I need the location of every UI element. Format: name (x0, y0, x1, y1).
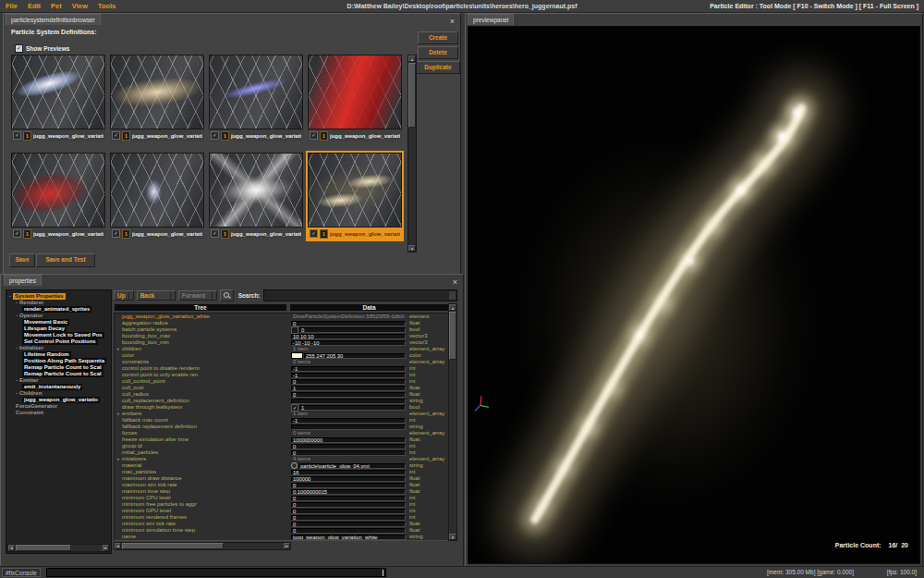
thumbnail-count[interactable]: 1 (221, 229, 229, 239)
thumbnail-scrollbar[interactable]: ▲ ▼ (407, 55, 417, 252)
property-row[interactable]: cull_control_point0int (115, 378, 450, 385)
tab-particlesystemdefinitionbrowser[interactable]: particlesystemdefinitionbrowser (6, 14, 101, 25)
thumbnail-count[interactable]: 1 (320, 131, 328, 141)
scroll-up-icon[interactable]: ▲ (449, 304, 456, 311)
particle-thumbnail[interactable]: ✓1jugg_weapon_glow_variation_r (110, 153, 204, 240)
property-row[interactable]: minimum sim tick rate0float (115, 521, 450, 527)
property-row[interactable]: bounding_box_min-10 -10 -10vector3 (115, 339, 450, 346)
menu-tools[interactable]: Tools (98, 2, 116, 10)
property-row[interactable]: maximum time step0.1000000015float (115, 488, 450, 495)
tab-properties[interactable]: properties (4, 275, 42, 286)
scroll-left-icon[interactable]: ◄ (8, 545, 15, 551)
property-row[interactable]: freeze simulation after time1000000000fl… (115, 437, 450, 443)
menu-edit[interactable]: Edit (28, 2, 41, 10)
preview-viewport[interactable]: Particle Count:16/ 20 (468, 26, 920, 564)
property-row[interactable]: bounding_box_max10 10 10vector3 (115, 333, 450, 339)
thumbnail-count[interactable]: 1 (23, 229, 31, 239)
create-button[interactable]: Create (418, 31, 458, 44)
particle-thumbnail[interactable]: ✓1jugg_weapon_glow_variation_r (11, 153, 105, 240)
particle-thumbnail[interactable]: ✓1jugg_weapon_glow_variation_l (110, 55, 204, 141)
value-input[interactable]: jugg_weapon_glow_variation_white (291, 535, 406, 540)
value-input[interactable]: -10 -10 -10 (291, 340, 406, 346)
value-input[interactable]: 255 247 205 30 (304, 353, 406, 359)
show-previews-checkbox[interactable]: ✓ (15, 44, 23, 53)
value-input[interactable] (291, 424, 406, 430)
chevron-down-icon[interactable] (128, 291, 133, 300)
chevron-down-icon[interactable] (449, 291, 456, 300)
tab-previewpanel[interactable]: previewpanel (468, 14, 514, 25)
tree-item[interactable]: emit_instantaneously (8, 384, 111, 390)
scrollbar-thumb[interactable] (16, 545, 71, 551)
tree-item[interactable]: -Children (8, 390, 111, 397)
back-button[interactable]: Back (137, 290, 176, 301)
property-row[interactable]: control point to only enable ren-1int (115, 372, 450, 378)
value-input[interactable]: 0 (291, 483, 406, 488)
property-row[interactable]: group id0int (115, 443, 450, 449)
chevron-down-icon[interactable] (212, 291, 216, 300)
table-vscrollbar[interactable]: ▲ ▼ (448, 303, 457, 541)
scroll-down-icon[interactable]: ▼ (449, 534, 456, 540)
particle-thumbnail[interactable]: ✓1jugg_weapon_glow_variation_y (308, 55, 402, 141)
property-row[interactable]: jugg_weapon_glow_variation_whiteDmeParti… (115, 314, 450, 320)
thumbnail-checkbox[interactable]: ✓ (112, 229, 120, 238)
save-and-test-button[interactable]: Save and Test (36, 253, 95, 267)
tree-item[interactable]: Set Control Point Positions (8, 338, 111, 345)
property-row[interactable]: forces0 itemselement_array (115, 430, 450, 437)
expander-icon[interactable]: - (16, 345, 18, 351)
thumbnail-checkbox[interactable]: ✓ (13, 229, 21, 238)
save-button[interactable]: Save (9, 253, 35, 267)
thumbnail-checkbox[interactable]: ✓ (112, 131, 120, 140)
property-row[interactable]: aggregation radius0float (115, 320, 450, 326)
tree-item[interactable]: Lifetime Random (8, 351, 111, 358)
scrollbar-thumb[interactable] (449, 312, 456, 360)
property-row[interactable]: maximum sim tick rate0float (115, 482, 450, 488)
value-input[interactable]: 0 (291, 522, 406, 527)
property-row[interactable]: cull_radius0float (115, 391, 450, 398)
scrollbar-thumb[interactable] (408, 63, 416, 128)
value-input[interactable]: 1 (291, 386, 406, 391)
value-input[interactable]: -1 (291, 366, 406, 372)
thumbnail-count[interactable]: 1 (320, 229, 328, 239)
table-hscrollbar[interactable]: ◄ ► (114, 542, 291, 550)
console-tab[interactable]: #fixConsole (2, 568, 41, 577)
expander-icon[interactable]: + (115, 346, 122, 352)
tree-item[interactable]: Position Along Path Sequentia (8, 358, 111, 364)
property-row[interactable]: cull_cost1float (115, 385, 450, 391)
tree-item[interactable]: jugg_weapon_glow_variatio (8, 397, 111, 403)
property-row[interactable]: cull_replacement_definitionstring (115, 398, 450, 404)
particle-thumbnail[interactable]: ✓1jugg_weapon_glow_variation_l (209, 55, 303, 141)
tree-item[interactable]: -Renderer (8, 300, 111, 306)
value-input[interactable]: 0 (299, 327, 406, 333)
material-picker-icon[interactable] (291, 462, 298, 469)
particle-thumbnail[interactable]: ✓1jugg_weapon_glow_variation_l (11, 55, 105, 141)
property-row[interactable]: namejugg_weapon_glow_variation_whitestri… (115, 534, 450, 540)
thumbnail-count[interactable]: 1 (122, 131, 130, 141)
tree-item[interactable]: Remap Particle Count to Scal (8, 371, 111, 377)
value-input[interactable]: 0 (291, 509, 406, 514)
delete-button[interactable]: Delete (418, 46, 458, 59)
tree-item[interactable]: ForceGenerator (8, 403, 111, 410)
console-input[interactable] (46, 568, 386, 577)
menu-view[interactable]: View (72, 2, 88, 10)
property-row[interactable]: minimum CPU level0int (115, 495, 450, 501)
value-input[interactable]: 100000 (291, 476, 406, 482)
property-row[interactable]: color255 247 205 30color (115, 352, 450, 359)
property-row[interactable]: minimum GPU level0int (115, 508, 450, 514)
property-row[interactable]: draw through leafsystem✓1bool (115, 404, 450, 411)
expander-icon[interactable]: - (16, 377, 18, 384)
property-row[interactable]: materialparticle\particle_glow_04.vmtstr… (115, 462, 450, 469)
value-input[interactable]: particle\particle_glow_04.vmt (298, 463, 406, 469)
property-row[interactable]: +initializers4 itemselement_array (115, 456, 450, 462)
property-row[interactable]: +emitters1 itemelement_array (115, 411, 450, 417)
search-input[interactable] (263, 289, 457, 301)
tree-item[interactable]: -Initializer (8, 345, 111, 351)
tree-item[interactable]: render_animated_sprites (8, 306, 111, 313)
scroll-up-icon[interactable]: ▲ (408, 55, 416, 62)
tree-item[interactable]: Movement Lock to Saved Pos (8, 332, 111, 338)
value-input[interactable]: 0 (291, 528, 406, 534)
search-icon[interactable] (220, 289, 234, 301)
scroll-left-icon[interactable]: ◄ (115, 543, 121, 549)
property-row[interactable]: fallback replacement definitionstring (115, 424, 450, 430)
value-input[interactable]: -1 (291, 418, 406, 424)
tree-item[interactable]: Constraint (8, 410, 111, 416)
